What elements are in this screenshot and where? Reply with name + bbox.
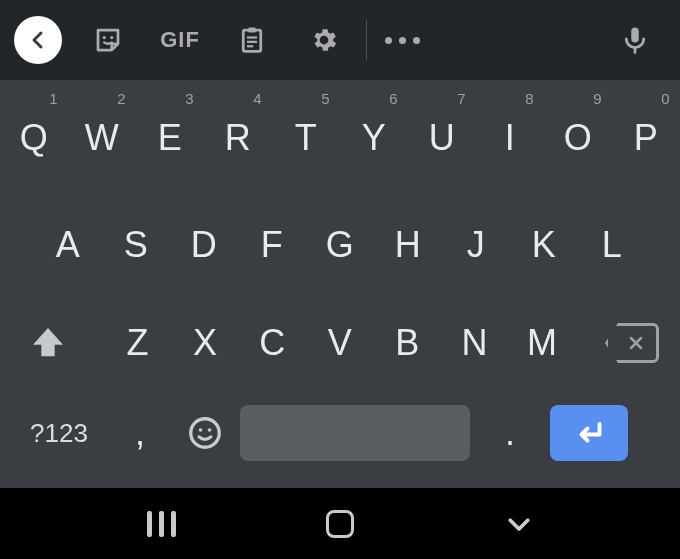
key-l[interactable]: L — [578, 196, 646, 294]
key-m[interactable]: M — [509, 294, 576, 392]
key-r[interactable]: R4 — [204, 80, 272, 196]
svg-rect-3 — [248, 28, 256, 33]
toolbar-separator — [366, 20, 367, 60]
chevron-down-icon — [504, 509, 534, 539]
chevron-left-icon — [26, 28, 50, 52]
gif-button[interactable]: GIF — [144, 0, 216, 80]
period-key[interactable]: . — [480, 408, 540, 458]
key-w[interactable]: W2 — [68, 80, 136, 196]
nav-recent-button[interactable] — [147, 511, 176, 537]
key-u[interactable]: U7 — [408, 80, 476, 196]
voice-input-button[interactable] — [606, 0, 664, 80]
key-h[interactable]: H — [374, 196, 442, 294]
key-row-4: ?123 , . — [0, 392, 680, 488]
nav-home-button[interactable] — [326, 510, 354, 538]
enter-icon — [571, 415, 607, 451]
enter-key[interactable] — [550, 405, 628, 461]
key-b[interactable]: B — [374, 294, 441, 392]
gif-label: GIF — [160, 27, 200, 53]
key-t[interactable]: T5 — [272, 80, 340, 196]
key-d[interactable]: D — [170, 196, 238, 294]
symbols-key[interactable]: ?123 — [18, 418, 100, 449]
svg-point-9 — [191, 419, 220, 448]
collapse-keyboard-button[interactable] — [12, 0, 72, 80]
key-g[interactable]: G — [306, 196, 374, 294]
sticker-icon — [93, 25, 123, 55]
key-a[interactable]: A — [34, 196, 102, 294]
key-z[interactable]: Z — [104, 294, 171, 392]
key-k[interactable]: K — [510, 196, 578, 294]
key-y[interactable]: Y6 — [340, 80, 408, 196]
key-row-3: Z X C V B N M — [0, 294, 680, 392]
comma-key[interactable]: , — [110, 408, 170, 458]
key-v[interactable]: V — [306, 294, 373, 392]
more-button[interactable] — [373, 0, 431, 80]
clipboard-button[interactable] — [216, 0, 288, 80]
key-n[interactable]: N — [441, 294, 508, 392]
key-c[interactable]: C — [239, 294, 306, 392]
clipboard-icon — [237, 25, 267, 55]
svg-point-0 — [103, 36, 106, 39]
key-f[interactable]: F — [238, 196, 306, 294]
backspace-key[interactable] — [584, 294, 680, 392]
key-q[interactable]: Q1 — [0, 80, 68, 196]
back-chevron-circle — [14, 16, 62, 64]
system-navbar — [0, 488, 680, 559]
key-e[interactable]: E3 — [136, 80, 204, 196]
key-i[interactable]: I8 — [476, 80, 544, 196]
stickers-button[interactable] — [72, 0, 144, 80]
svg-rect-2 — [243, 30, 261, 51]
keyboard: Q1 W2 E3 R4 T5 Y6 U7 I8 O9 P0 A S D F G … — [0, 80, 680, 488]
more-icon — [385, 37, 420, 44]
key-row-2: A S D F G H J K L — [0, 196, 680, 294]
key-s[interactable]: S — [102, 196, 170, 294]
key-x[interactable]: X — [171, 294, 238, 392]
backspace-shape — [605, 323, 659, 363]
microphone-icon — [620, 25, 650, 55]
shift-icon — [28, 323, 68, 363]
svg-point-1 — [110, 36, 113, 39]
home-icon — [326, 510, 354, 538]
shift-key[interactable] — [0, 294, 96, 392]
close-x-icon — [626, 333, 646, 353]
key-j[interactable]: J — [442, 196, 510, 294]
emoji-key[interactable] — [180, 415, 230, 451]
key-row-1: Q1 W2 E3 R4 T5 Y6 U7 I8 O9 P0 — [0, 80, 680, 196]
gear-icon — [309, 25, 339, 55]
spacebar-key[interactable] — [240, 405, 470, 461]
svg-point-11 — [208, 428, 212, 432]
nav-back-button[interactable] — [504, 509, 534, 539]
keyboard-toolbar: GIF — [0, 0, 680, 80]
recent-apps-icon — [147, 511, 176, 537]
svg-point-10 — [199, 428, 203, 432]
settings-button[interactable] — [288, 0, 360, 80]
key-p[interactable]: P0 — [612, 80, 680, 196]
svg-rect-7 — [631, 28, 639, 43]
key-o[interactable]: O9 — [544, 80, 612, 196]
smile-icon — [187, 415, 223, 451]
